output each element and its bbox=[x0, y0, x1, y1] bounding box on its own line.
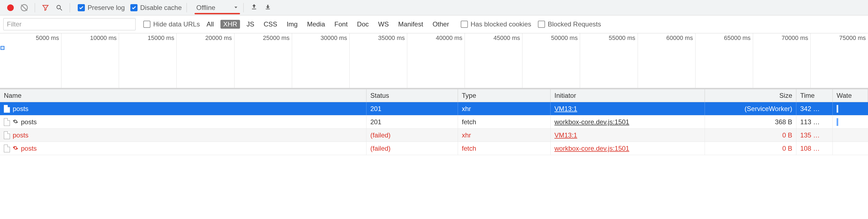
filter-type-media[interactable]: Media bbox=[304, 20, 328, 29]
cell-name: posts bbox=[0, 102, 367, 115]
initiator-link[interactable]: VM13:1 bbox=[554, 105, 577, 113]
timeline-tick-label: 5000 ms bbox=[36, 34, 59, 41]
timeline-tick: 45000 ms bbox=[465, 33, 522, 88]
filter-type-css[interactable]: CSS bbox=[261, 20, 280, 29]
hide-data-urls-toggle[interactable]: Hide data URLs bbox=[143, 21, 200, 28]
disable-cache-label: Disable cache bbox=[140, 4, 182, 11]
request-name: posts bbox=[21, 118, 37, 126]
cell-initiator: workbox-core.dev.js:1501 bbox=[551, 116, 705, 128]
initiator-link[interactable]: workbox-core.dev.js:1501 bbox=[554, 118, 629, 126]
table-row[interactable]: posts201fetchworkbox-core.dev.js:1501368… bbox=[0, 116, 868, 129]
col-header-waterfall[interactable]: Wate bbox=[833, 89, 868, 102]
clear-button[interactable] bbox=[19, 2, 30, 13]
cell-type: fetch bbox=[458, 142, 551, 155]
timeline-tick: 5000 ms bbox=[4, 33, 61, 88]
download-icon bbox=[264, 3, 272, 12]
filter-type-font[interactable]: Font bbox=[332, 20, 350, 29]
cell-waterfall bbox=[833, 116, 868, 128]
checkbox-unchecked-icon bbox=[538, 21, 545, 28]
filter-type-other[interactable]: Other bbox=[430, 20, 452, 29]
cell-status: (failed) bbox=[367, 129, 458, 142]
initiator-link[interactable]: workbox-core.dev.js:1501 bbox=[554, 145, 629, 152]
timeline-tick: 55000 ms bbox=[580, 33, 638, 88]
timeline-tick-label: 45000 ms bbox=[494, 34, 520, 41]
timeline-tick: 35000 ms bbox=[349, 33, 407, 88]
preserve-log-toggle[interactable]: Preserve log bbox=[78, 4, 125, 11]
filter-type-manifest[interactable]: Manifest bbox=[396, 20, 426, 29]
checkbox-checked-icon bbox=[130, 4, 137, 11]
col-header-type[interactable]: Type bbox=[458, 89, 551, 102]
upload-icon bbox=[250, 3, 258, 12]
filter-type-js[interactable]: JS bbox=[244, 20, 257, 29]
cell-waterfall bbox=[833, 129, 868, 142]
filter-type-ws[interactable]: WS bbox=[375, 20, 392, 29]
col-header-initiator[interactable]: Initiator bbox=[551, 89, 705, 102]
timeline-tick-label: 15000 ms bbox=[148, 34, 175, 41]
svg-rect-3 bbox=[266, 8, 270, 9]
filter-input[interactable] bbox=[3, 18, 135, 30]
cell-size: 0 B bbox=[705, 129, 796, 142]
dropdown-icon bbox=[234, 4, 238, 11]
timeline-tick-label: 75000 ms bbox=[839, 34, 866, 41]
filter-bar: Hide data URLs All XHR JS CSS Img Media … bbox=[0, 15, 868, 33]
timeline-tick-label: 25000 ms bbox=[263, 34, 289, 41]
timeline-tick-label: 10000 ms bbox=[90, 34, 117, 41]
filter-type-all[interactable]: All bbox=[204, 20, 217, 29]
export-har-button[interactable] bbox=[262, 2, 273, 13]
cell-name: posts bbox=[0, 142, 367, 155]
table-row[interactable]: posts(failed)fetchworkbox-core.dev.js:15… bbox=[0, 142, 868, 155]
disable-cache-toggle[interactable]: Disable cache bbox=[130, 4, 182, 11]
search-icon bbox=[56, 4, 63, 11]
blocked-requests-label: Blocked Requests bbox=[548, 21, 601, 28]
import-har-button[interactable] bbox=[249, 2, 259, 13]
timeline-tick-label: 65000 ms bbox=[724, 34, 751, 41]
document-icon bbox=[4, 105, 10, 113]
blocked-requests-toggle[interactable]: Blocked Requests bbox=[538, 21, 601, 28]
document-icon bbox=[4, 145, 10, 152]
col-header-time[interactable]: Time bbox=[796, 89, 833, 102]
initiator-link[interactable]: VM13:1 bbox=[554, 131, 577, 139]
cell-name: posts bbox=[0, 116, 367, 128]
timeline-tick-label: 60000 ms bbox=[666, 34, 693, 41]
cell-status: (failed) bbox=[367, 142, 458, 155]
timeline-tick: 25000 ms bbox=[234, 33, 292, 88]
cell-initiator: workbox-core.dev.js:1501 bbox=[551, 142, 705, 155]
timeline-tick: 50000 ms bbox=[522, 33, 580, 88]
preserve-log-label: Preserve log bbox=[88, 4, 125, 11]
request-name: posts bbox=[13, 131, 28, 139]
has-blocked-cookies-toggle[interactable]: Has blocked cookies bbox=[461, 21, 531, 28]
record-button[interactable] bbox=[5, 2, 16, 13]
col-header-size[interactable]: Size bbox=[705, 89, 796, 102]
document-icon bbox=[4, 118, 10, 126]
timeline-tick-label: 20000 ms bbox=[205, 34, 232, 41]
timeline-tick: 30000 ms bbox=[292, 33, 349, 88]
col-header-status[interactable]: Status bbox=[367, 89, 458, 102]
throttling-select[interactable]: Offline bbox=[194, 4, 238, 11]
request-table: Name Status Type Initiator Size Time Wat… bbox=[0, 89, 868, 177]
hide-data-urls-label: Hide data URLs bbox=[153, 21, 200, 28]
filter-type-doc[interactable]: Doc bbox=[354, 20, 372, 29]
cell-waterfall bbox=[833, 142, 868, 155]
timeline-overview[interactable]: 5000 ms10000 ms15000 ms20000 ms25000 ms3… bbox=[0, 33, 868, 89]
timeline-tick-label: 50000 ms bbox=[551, 34, 578, 41]
checkbox-unchecked-icon bbox=[143, 21, 151, 28]
timeline-tick: 20000 ms bbox=[176, 33, 234, 88]
table-row[interactable]: posts201xhrVM13:1(ServiceWorker)342 … bbox=[0, 102, 868, 116]
waterfall-bar bbox=[837, 105, 838, 113]
clear-icon bbox=[21, 4, 28, 11]
checkbox-unchecked-icon bbox=[461, 21, 468, 28]
cell-time: 108 … bbox=[796, 142, 833, 155]
filter-toggle-button[interactable] bbox=[40, 2, 51, 13]
timeline-tick: 60000 ms bbox=[638, 33, 695, 88]
waterfall-bar bbox=[837, 118, 838, 126]
table-row[interactable]: posts(failed)xhrVM13:10 B135 … bbox=[0, 129, 868, 142]
timeline-tick: 75000 ms bbox=[810, 33, 868, 88]
col-header-name[interactable]: Name bbox=[0, 89, 367, 102]
search-button[interactable] bbox=[54, 2, 65, 13]
filter-type-xhr[interactable]: XHR bbox=[220, 20, 240, 29]
cell-status: 201 bbox=[367, 102, 458, 115]
filter-type-img[interactable]: Img bbox=[284, 20, 300, 29]
network-toolbar: Preserve log Disable cache Offline bbox=[0, 0, 868, 15]
cell-waterfall bbox=[833, 102, 868, 115]
throttling-value: Offline bbox=[194, 4, 217, 11]
